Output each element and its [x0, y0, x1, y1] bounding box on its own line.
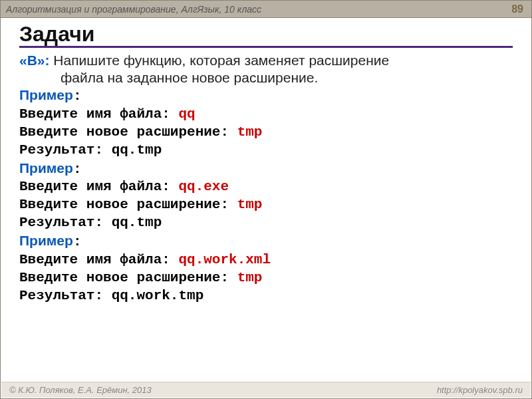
prompt-ext: Введите новое расширение:: [19, 124, 237, 140]
section-heading: Задачи: [19, 23, 513, 48]
source-url: http://kpolyakov.spb.ru: [437, 385, 523, 395]
result-value: qq.tmp: [112, 142, 162, 158]
example-label: Пример: [19, 160, 73, 176]
result-value: qq.tmp: [112, 215, 162, 230]
content: Задачи «B»: Напишите функцию, которая за…: [1, 18, 531, 305]
task-line-2: файла на заданное новое расширение.: [19, 69, 513, 86]
prompt-result: Результат:: [19, 142, 112, 158]
prompt-name: Введите имя файла:: [19, 106, 178, 122]
difficulty-label: «B»:: [19, 53, 50, 68]
example-1: Пример: Введите имя файла: qq Введите но…: [19, 86, 513, 160]
input-ext: tmp: [237, 270, 263, 285]
input-file: qq.work.xml: [178, 252, 271, 267]
prompt-name: Введите имя файла:: [19, 179, 178, 194]
input-file: qq.exe: [178, 179, 229, 194]
input-ext: tmp: [237, 197, 263, 212]
result-value: qq.work.tmp: [112, 288, 204, 303]
example-label: Пример: [19, 233, 73, 248]
input-file: qq: [178, 106, 195, 122]
example-2: Пример: Введите имя файла: qq.exe Введит…: [19, 160, 513, 233]
colon: :: [73, 88, 82, 104]
course-title: Алгоритмизация и программирование, АлгЯз…: [6, 4, 261, 15]
colon: :: [73, 162, 82, 177]
prompt-ext: Введите новое расширение:: [19, 197, 237, 212]
task-statement: «B»: Напишите функцию, которая заменяет …: [19, 52, 513, 87]
footer-bar: © К.Ю. Поляков, Е.А. Ерёмин, 2013 http:/…: [1, 382, 531, 398]
example-label: Пример: [19, 87, 73, 102]
header-bar: Алгоритмизация и программирование, АлгЯз…: [1, 1, 531, 18]
copyright: © К.Ю. Поляков, Е.А. Ерёмин, 2013: [9, 385, 152, 395]
prompt-ext: Введите новое расширение:: [19, 270, 237, 285]
page-number: 89: [511, 3, 523, 15]
task-line-1: Напишите функцию, которая заменяет расши…: [50, 53, 390, 68]
input-ext: tmp: [237, 124, 263, 140]
example-3: Пример: Введите имя файла: qq.work.xml В…: [19, 232, 513, 305]
colon: :: [73, 234, 82, 249]
prompt-result: Результат:: [19, 215, 112, 230]
prompt-name: Введите имя файла:: [19, 252, 178, 267]
slide: Алгоритмизация и программирование, АлгЯз…: [0, 0, 532, 399]
prompt-result: Результат:: [19, 288, 112, 303]
body: «B»: Напишите функцию, которая заменяет …: [19, 52, 513, 305]
